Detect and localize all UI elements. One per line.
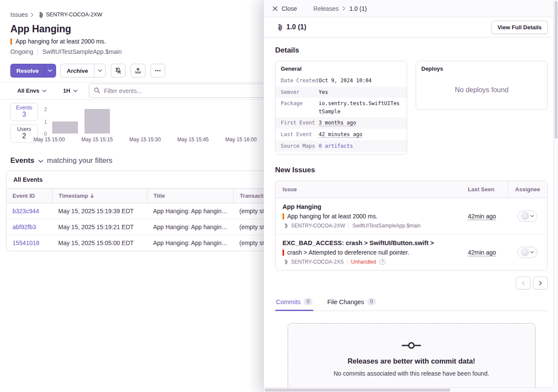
events-stat-toggle[interactable]: Events 3 [10, 103, 38, 121]
tab-commits[interactable]: Commits 0 [275, 295, 313, 311]
assignee-dropdown[interactable] [517, 211, 537, 222]
events-chart: 012 May 15 15:00May 15 15:15May 15 15:30… [41, 103, 259, 146]
new-issues-header: Issue Last Seen Assignee [276, 181, 547, 198]
event-id-link[interactable]: 15541018 [6, 235, 52, 251]
new-issues-body: App Hanging App hanging for at least 200… [276, 198, 547, 270]
issue-context: SwiftUITestSampleApp.$main [42, 48, 122, 55]
general-row: Source Maps 0 artifacts [276, 140, 407, 152]
drawer-tabs: Commits 0 File Changes 0 [275, 295, 548, 311]
new-issue-title[interactable]: App Hanging [282, 203, 454, 210]
view-full-details-button[interactable]: View Full Details [492, 21, 548, 34]
magnifier-icon [94, 87, 100, 94]
date-range-filter-label: 1H [63, 87, 70, 94]
releases-breadcrumb-link[interactable]: Releases [313, 5, 339, 12]
git-commit-icon [301, 341, 522, 350]
resolve-dropdown-button[interactable] [44, 64, 56, 78]
new-issue-last-seen[interactable]: 42min ago [461, 249, 508, 256]
mute-button[interactable] [111, 64, 125, 78]
next-page-button[interactable] [533, 277, 548, 289]
event-id-link[interactable]: b323c944 [6, 203, 52, 219]
help-icon[interactable]: ? [379, 259, 386, 265]
details-heading: Details [275, 46, 548, 55]
kv-key: Semver [281, 88, 319, 96]
events-chart-section: Events 3 Users 2 012 May 15 15:00May 15 … [0, 100, 259, 146]
new-issue-row[interactable]: EXC_BAD_ACCESS: crash > SwiftUI/Button.s… [276, 234, 547, 270]
assignee-dropdown[interactable] [517, 247, 537, 258]
kv-value[interactable]: 0 artifacts [319, 142, 353, 150]
kv-value: Oct 9, 2024 10:04 [319, 77, 372, 85]
unhandled-tag: Unhandled [351, 259, 376, 265]
release-detail-drawer: Close Releases 1.0 (1) 1.0 (1) View Full… [263, 0, 558, 392]
new-issue-project: SENTRY-COCOA-2XS [291, 259, 344, 265]
new-issue-sub-row: crash > Attempted to dereference null po… [282, 249, 454, 256]
release-breadcrumb-current: 1.0 (1) [349, 5, 367, 12]
column-title[interactable]: Title [147, 189, 233, 203]
vertical-scrollbar[interactable] [553, 0, 558, 387]
kv-key: Package [281, 100, 319, 115]
drawer-breadcrumb: Releases 1.0 (1) [313, 5, 367, 12]
archive-dropdown-button[interactable] [94, 64, 106, 78]
chevron-down-icon [530, 215, 534, 217]
kv-value: io.sentry.tests.SwiftUITestSample [319, 100, 401, 115]
chart-x-tick: May 15 16:00 [226, 137, 257, 143]
vertical-scrollbar-thumb[interactable] [555, 1, 558, 139]
resolve-button[interactable]: Resolve [10, 64, 44, 78]
divider [348, 223, 349, 228]
chevron-right-icon [539, 281, 542, 286]
kv-key: Last Event [281, 131, 319, 139]
event-title: App Hanging: App hangin… [147, 203, 233, 219]
kv-key: First Event [281, 119, 319, 127]
environment-filter[interactable]: All Envs [17, 87, 47, 94]
assignee-avatar [521, 212, 529, 220]
chevron-left-icon [522, 281, 525, 286]
date-range-filter[interactable]: 1H [63, 87, 78, 94]
kv-value: Yes [319, 88, 328, 96]
drawer-header: Close Releases 1.0 (1) [264, 0, 558, 17]
events-heading-title: Events [10, 156, 34, 165]
details-cards: General Date Created Oct 9, 2024 10:04 S… [275, 61, 548, 155]
previous-page-button[interactable] [516, 277, 530, 289]
new-issue-title[interactable]: EXC_BAD_ACCESS: crash > SwiftUI/Button.s… [282, 240, 454, 246]
column-event-id[interactable]: Event ID [6, 189, 52, 203]
divider [38, 49, 38, 55]
event-id-link[interactable]: abf92fb3 [6, 219, 52, 235]
chevron-down-icon [73, 90, 78, 92]
archive-button[interactable]: Archive [60, 64, 94, 78]
tab-file-changes[interactable]: File Changes 0 [326, 295, 377, 311]
kv-value[interactable]: 3 months ago [319, 119, 356, 127]
kv-value[interactable]: 42 minutes ago [319, 131, 362, 139]
deploys-card: Deploys No deploys found [416, 61, 548, 110]
tab-file-changes-label: File Changes [327, 299, 364, 305]
chart-x-tick: May 15 15:15 [82, 137, 113, 143]
events-heading-dropdown[interactable] [38, 160, 43, 163]
general-kv-list: Date Created Oct 9, 2024 10:04 Semver Ye… [276, 75, 407, 154]
breadcrumb-project[interactable]: SENTRY-COCOA-2XW [37, 12, 102, 18]
new-issue-row[interactable]: App Hanging App hanging for at least 200… [276, 198, 547, 234]
new-issues-panel: Issue Last Seen Assignee App Hanging App… [275, 180, 548, 271]
sort-desc-icon [90, 193, 94, 198]
new-issue-main: App Hanging App hanging for at least 200… [276, 203, 461, 229]
issue-status: Ongoing [10, 48, 33, 55]
pagination [275, 277, 548, 289]
event-title: App Hanging: App hangin… [147, 219, 233, 235]
share-button[interactable] [131, 64, 145, 78]
column-timestamp[interactable]: Timestamp [52, 189, 147, 203]
x-icon [273, 6, 278, 11]
more-actions-button[interactable] [150, 64, 165, 78]
tab-file-changes-count: 0 [367, 298, 376, 305]
new-issue-last-seen[interactable]: 42min ago [461, 213, 508, 220]
sentry-project-icon [282, 223, 288, 228]
close-label: Close [282, 5, 297, 12]
horizontal-scrollbar[interactable] [264, 387, 553, 392]
new-issues-heading: New Issues [275, 166, 548, 174]
drawer-title-row: 1.0 (1) View Full Details [264, 17, 558, 37]
deploys-empty-message: No deploys found [416, 75, 547, 109]
commits-empty-title: Releases are better with commit data! [301, 357, 522, 365]
general-row: First Event 3 months ago [276, 117, 407, 129]
level-indicator [282, 213, 284, 220]
breadcrumb-issues-link[interactable]: Issues [10, 11, 28, 18]
close-drawer-button[interactable]: Close [273, 5, 297, 12]
horizontal-scrollbar-thumb[interactable] [265, 389, 450, 392]
events-heading-subtitle: matching your filters [47, 156, 113, 165]
new-issue-subtitle: crash > Attempted to dereference null po… [287, 249, 409, 256]
